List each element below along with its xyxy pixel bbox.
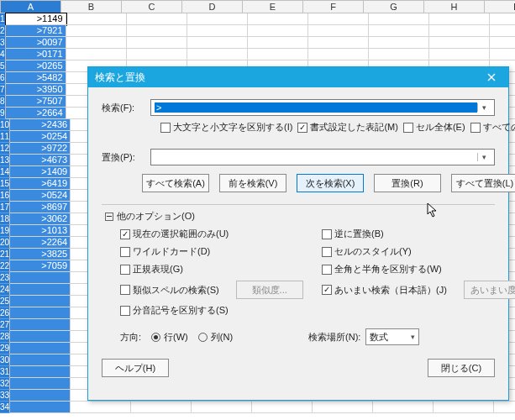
cell[interactable]: >3825 (10, 249, 71, 260)
cell[interactable] (66, 13, 127, 25)
allcells-checkbox[interactable]: セル全体(E) (403, 121, 465, 134)
cell[interactable] (434, 402, 494, 413)
cell[interactable] (248, 25, 308, 37)
row-header[interactable]: 24 (0, 284, 10, 296)
cell[interactable]: >1013 (10, 225, 71, 237)
similar-checkbox[interactable]: 類似スペルの検索(S) (120, 284, 219, 297)
cell[interactable] (308, 25, 369, 37)
cell[interactable] (429, 25, 490, 37)
row-header[interactable]: 13 (0, 155, 10, 166)
dialog-titlebar[interactable]: 検索と置換 (88, 67, 508, 87)
cell[interactable] (10, 272, 71, 284)
cell[interactable] (127, 13, 187, 25)
cell[interactable]: >2664 (6, 108, 66, 119)
format-checkbox[interactable]: 書式設定した表記(M) (297, 121, 398, 134)
chevron-down-icon[interactable]: ▾ (477, 103, 491, 112)
cell[interactable] (10, 319, 71, 331)
cell[interactable]: >6419 (10, 178, 71, 190)
cell[interactable] (308, 49, 369, 60)
cell[interactable] (494, 402, 515, 413)
cell[interactable] (127, 25, 187, 37)
fuzzy-jp-checkbox[interactable]: あいまい検索（日本語）(J) (322, 284, 447, 297)
cell[interactable] (429, 13, 490, 25)
cell[interactable] (66, 37, 127, 49)
row-header[interactable]: 17 (0, 202, 10, 213)
cell[interactable]: >7059 (10, 260, 71, 272)
cell[interactable]: >0097 (6, 37, 66, 49)
cellstyle-checkbox[interactable]: セルのスタイル(Y) (322, 245, 490, 258)
cell[interactable] (127, 37, 187, 49)
other-options-toggle[interactable]: 他のオプション(O) (105, 210, 495, 223)
cell[interactable]: >0171 (6, 49, 66, 60)
cell[interactable] (187, 37, 248, 49)
cell[interactable]: >7507 (6, 96, 66, 108)
cell[interactable]: >5482 (6, 72, 66, 84)
cell[interactable] (187, 13, 248, 25)
regex-checkbox[interactable]: 正規表現(G) (120, 263, 288, 276)
cell[interactable]: >0254 (10, 131, 71, 143)
cell[interactable]: >7921 (6, 25, 66, 37)
column-header[interactable]: B (61, 1, 122, 13)
cell[interactable] (131, 402, 192, 413)
row-header[interactable]: 34 (0, 402, 10, 413)
cell[interactable]: >9722 (10, 143, 71, 155)
column-header[interactable]: G (364, 1, 424, 13)
row-header[interactable]: 32 (0, 378, 10, 390)
case-checkbox[interactable]: 大文字と小文字を区別する(I) (160, 121, 292, 134)
cell[interactable] (369, 49, 429, 60)
direction-row-radio[interactable]: 行(W) (151, 331, 188, 344)
help-button[interactable]: ヘルプ(H) (102, 359, 169, 377)
row-header[interactable]: 12 (0, 143, 10, 155)
replace-button[interactable]: 置換(R) (374, 174, 441, 192)
wildcard-checkbox[interactable]: ワイルドカード(D) (120, 245, 288, 258)
cell[interactable] (373, 402, 434, 413)
cell[interactable]: >2264 (10, 237, 71, 249)
close-button[interactable]: 閉じる(C) (428, 359, 495, 377)
cell[interactable]: >0524 (10, 190, 71, 202)
backwards-checkbox[interactable]: 逆に置換(B) (322, 228, 490, 240)
row-header[interactable]: 30 (0, 354, 10, 366)
row-header[interactable]: 14 (0, 166, 10, 178)
close-icon[interactable] (480, 70, 503, 85)
cell[interactable]: >1409 (10, 166, 71, 178)
cell[interactable] (10, 390, 71, 402)
row-header[interactable]: 29 (0, 343, 10, 354)
cell[interactable]: >0265 (6, 60, 66, 72)
column-header[interactable]: D (182, 1, 243, 13)
cell[interactable] (10, 331, 71, 343)
row-header[interactable]: 25 (0, 296, 10, 307)
cell[interactable] (313, 402, 373, 413)
cell[interactable] (490, 25, 515, 37)
row-header[interactable]: 27 (0, 319, 10, 331)
cell[interactable] (187, 25, 248, 37)
replace-input[interactable]: ▾ (150, 149, 495, 165)
cell[interactable] (66, 25, 127, 37)
replace-all-button[interactable]: すべて置換(L) (451, 174, 515, 192)
row-header[interactable]: 18 (0, 213, 10, 225)
row-header[interactable]: 11 (0, 131, 10, 143)
column-header[interactable]: I (485, 1, 515, 13)
row-header[interactable]: 15 (0, 178, 10, 190)
cell[interactable] (127, 49, 187, 60)
cell[interactable] (248, 13, 308, 25)
cell[interactable]: >3062 (10, 213, 71, 225)
column-header[interactable]: A (1, 1, 61, 13)
cell[interactable] (490, 13, 515, 25)
allsheets-checkbox[interactable]: すべてのシート(S) (470, 121, 515, 134)
cell[interactable] (369, 25, 429, 37)
row-header[interactable]: 19 (0, 225, 10, 237)
row-header[interactable]: 10 (0, 119, 10, 131)
location-select[interactable]: 数式 ▾ (365, 328, 419, 345)
cell[interactable]: >8697 (10, 202, 71, 213)
cell[interactable] (308, 37, 369, 49)
find-all-button[interactable]: すべて検索(A) (142, 174, 209, 192)
cell[interactable] (490, 49, 515, 60)
row-header[interactable]: 22 (0, 260, 10, 272)
row-header[interactable]: 28 (0, 331, 10, 343)
cell[interactable] (10, 343, 71, 354)
cell[interactable] (248, 49, 308, 60)
find-next-button[interactable]: 次を検索(X) (297, 174, 364, 192)
find-prev-button[interactable]: 前を検索(V) (219, 174, 286, 192)
cell[interactable] (429, 49, 490, 60)
cell[interactable] (10, 402, 71, 413)
